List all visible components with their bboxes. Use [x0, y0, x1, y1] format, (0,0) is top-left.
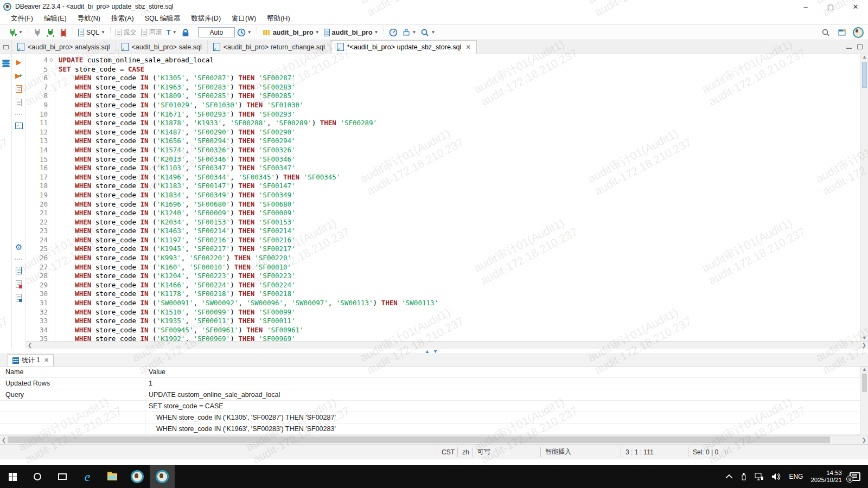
notification-center-button[interactable]: 8	[850, 472, 860, 481]
lock-button[interactable]	[180, 27, 192, 38]
menu-item[interactable]: 编辑(E)	[39, 13, 72, 24]
code-line[interactable]: 22 WHEN store_code IN ('K2034', 'SF00153…	[26, 218, 868, 227]
code-line[interactable]: 23 WHEN store_code IN ('K1463', 'SF00214…	[26, 227, 868, 236]
maximize-button[interactable]: ▢	[818, 0, 843, 13]
code-line[interactable]: 28 WHEN store_code IN ('K1204', 'SF00223…	[26, 272, 868, 281]
dbeaver-taskbar-button[interactable]	[125, 465, 150, 488]
menu-item[interactable]: 文件(F)	[5, 13, 39, 24]
code-line[interactable]: 34 WHEN store_code IN ('SF00945', 'SF009…	[26, 326, 868, 335]
scroll-left-arrow-icon[interactable]: ❮	[28, 342, 32, 348]
scroll-right-arrow-icon[interactable]: ❯	[862, 342, 866, 348]
clock[interactable]: 14:53 2025/10/21	[810, 470, 842, 484]
code-line[interactable]: 14 WHEN store_code IN ('K1574', 'SF00326…	[26, 146, 868, 155]
code-line[interactable]: 27 WHEN store_code IN ('K160', 'SF00010'…	[26, 263, 868, 272]
code-line[interactable]: 30 WHEN store_code IN ('K1178', 'SF00218…	[26, 290, 868, 299]
code-line[interactable]: 5SET store_code = CASE	[26, 65, 868, 74]
close-button[interactable]: ✕	[843, 0, 868, 13]
stats-row[interactable]: Updated Rows1	[0, 378, 868, 389]
language-indicator[interactable]: ENG	[789, 473, 803, 480]
connection-selector[interactable]: audit_bi_pro ▼	[260, 27, 321, 38]
close-icon[interactable]: ✕	[465, 43, 471, 51]
start-button[interactable]	[0, 465, 25, 488]
connect-button[interactable]	[31, 27, 43, 38]
code-line[interactable]: 12 WHEN store_code IN ('K1487', 'SF00290…	[26, 128, 868, 137]
commit-button[interactable]: 提交	[114, 27, 138, 38]
code-line[interactable]: 21 WHEN store_code IN ('K1240', 'SF00009…	[26, 209, 868, 218]
tray-expand-icon[interactable]	[725, 474, 733, 479]
code-line[interactable]: 25 WHEN store_code IN ('K1945', 'SF00217…	[26, 245, 868, 254]
code-line[interactable]: 17 WHEN store_code IN ('K1496', 'SF00344…	[26, 173, 868, 182]
stats-row[interactable]: WHEN store_code IN ('K1305', 'SF00287') …	[0, 412, 868, 423]
scroll-down-arrow-icon[interactable]: ▼	[861, 335, 868, 341]
export-result-button[interactable]	[15, 266, 23, 275]
maximize-view-icon[interactable]	[857, 44, 863, 49]
file-explorer-button[interactable]	[100, 465, 125, 488]
dbeaver-taskbar-button-active[interactable]	[150, 465, 175, 488]
code-line[interactable]: 13 WHEN store_code IN ('K1656', 'SF00294…	[26, 137, 868, 146]
editor-vertical-scrollbar[interactable]: ▲ ▼	[860, 54, 868, 341]
scrollbar-thumb[interactable]	[862, 62, 867, 88]
panel-vertical-scrollbar[interactable]: ▲	[860, 367, 868, 435]
global-search-button[interactable]	[820, 27, 832, 38]
stats-row[interactable]: SET store_code = CASE	[0, 401, 868, 412]
quick-search-button[interactable]: ▼	[419, 27, 437, 38]
sash-maximize-icon[interactable]: ▲	[425, 349, 430, 354]
code-line[interactable]: 9 WHEN store_code IN ('SF01029', 'SF0103…	[26, 101, 868, 110]
sash-restore-icon[interactable]: ▼	[433, 349, 438, 354]
code-line[interactable]: 18 WHEN store_code IN ('K1183', 'SF00147…	[26, 182, 868, 191]
editor-tab[interactable]: *<audit_bi_pro> update_sbz_store.sql✕	[331, 40, 477, 54]
code-line[interactable]: 6 WHEN store_code IN ('K1305', 'SF00287'…	[26, 74, 868, 83]
code-line[interactable]: 35 WHEN store_code IN ('K1992', 'SF00969…	[26, 335, 868, 341]
transaction-log-button[interactable]: ▼	[235, 27, 253, 38]
execute-statement-button[interactable]: ▶	[15, 57, 23, 66]
scrollbar-thumb[interactable]	[862, 374, 867, 392]
code-line[interactable]: 11 WHEN store_code IN ('K1878', 'K1933',…	[26, 119, 868, 128]
network-icon[interactable]	[755, 473, 764, 480]
execute-new-tab-button[interactable]: ▶+	[15, 71, 23, 80]
stats-row[interactable]: WHEN store_code IN ('K1963', 'SF00283') …	[0, 423, 868, 435]
sql-code-editor[interactable]: 4⊖UPDATE custom_online_sale_abroad_local…	[26, 54, 868, 341]
scrollbar-thumb[interactable]	[8, 436, 830, 443]
new-connection-button[interactable]: ▼	[7, 27, 24, 38]
transaction-mode-button[interactable]: T ▼	[165, 28, 178, 37]
scroll-right-arrow-icon[interactable]: ❯	[862, 437, 868, 443]
editor-settings-button[interactable]: ⚙	[15, 243, 23, 252]
menu-item[interactable]: 帮助(H)	[261, 13, 295, 24]
open-console-button[interactable]: >_	[15, 121, 23, 130]
code-line[interactable]: 15 WHEN store_code IN ('K2013', 'SF00346…	[26, 155, 868, 164]
minimize-button[interactable]: –	[793, 0, 818, 13]
menu-item[interactable]: 数据库(D)	[186, 13, 226, 24]
code-line[interactable]: 20 WHEN store_code IN ('K1696', 'SF00680…	[26, 200, 868, 209]
editor-tab[interactable]: <audit_bi_pro> analysis.sql	[12, 40, 116, 54]
code-line[interactable]: 16 WHEN store_code IN ('K1103', 'SF00347…	[26, 164, 868, 173]
scroll-left-arrow-icon[interactable]: ❮	[0, 437, 6, 443]
stats-row[interactable]: QueryUPDATE custom_online_sale_abroad_lo…	[0, 389, 868, 401]
taskbar-search-button[interactable]	[25, 465, 50, 488]
reconnect-button[interactable]	[44, 27, 56, 38]
package-button[interactable]: ▼	[400, 27, 418, 38]
usb-icon[interactable]	[741, 472, 747, 481]
close-icon[interactable]: ✕	[44, 357, 49, 364]
code-line[interactable]: 33 WHEN store_code IN ('K1935', 'SF00011…	[26, 317, 868, 326]
open-perspective-button[interactable]	[833, 27, 848, 38]
schema-selector[interactable]: audit_bi_pro ▼	[322, 28, 380, 37]
script-error-button[interactable]	[15, 280, 23, 288]
code-line[interactable]: 29 WHEN store_code IN ('K1466', 'SF00224…	[26, 281, 868, 290]
code-line[interactable]: 26 WHEN store_code IN ('K993', 'SF00220'…	[26, 254, 868, 263]
menu-item[interactable]: SQL 编辑器	[139, 13, 186, 24]
collapsed-navigator-bar[interactable]	[0, 54, 12, 349]
code-line[interactable]: 10 WHEN store_code IN ('K1671', 'SF00293…	[26, 110, 868, 119]
editor-tab[interactable]: <audit_bi_pro> return_change.sql	[208, 40, 331, 54]
rollback-button[interactable]: 回滚	[139, 27, 164, 38]
menu-item[interactable]: 导航(N)	[72, 13, 106, 24]
menu-item[interactable]: 搜索(A)	[106, 13, 139, 24]
volume-icon[interactable]	[771, 473, 781, 480]
minimize-view-icon[interactable]	[846, 45, 852, 49]
commit-mode-combo[interactable]: Auto	[198, 27, 235, 37]
panel-sash[interactable]: ▲ ▼	[0, 349, 868, 354]
column-header-value[interactable]: Value	[145, 368, 165, 376]
execute-script-button[interactable]	[15, 85, 23, 93]
code-line[interactable]: 7 WHEN store_code IN ('K1963', 'SF00283'…	[26, 83, 868, 92]
code-line[interactable]: 31 WHEN store_code IN ('SW00091', 'SW000…	[26, 299, 868, 308]
editor-horizontal-scrollbar[interactable]: ❮ ❯	[26, 341, 868, 349]
